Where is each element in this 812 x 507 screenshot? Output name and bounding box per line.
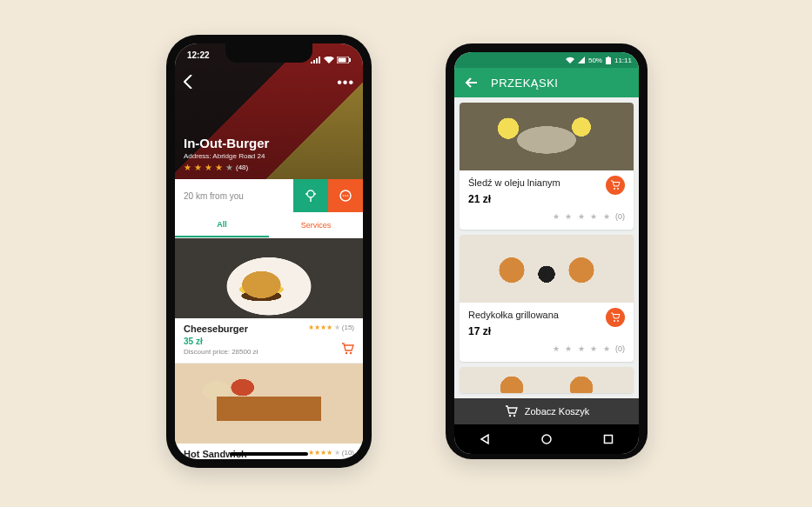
signal-icon [311, 57, 321, 63]
star-icon: ★ [334, 324, 340, 331]
circle-home-icon [540, 433, 553, 445]
product-card[interactable]: Śledź w oleju lnianym 21 zł ★ ★ ★ ★ ★(0) [460, 103, 634, 230]
ios-time: 12:22 [187, 50, 210, 70]
signal-icon [578, 57, 585, 63]
back-button[interactable] [465, 76, 479, 90]
chat-icon [339, 189, 352, 203]
star-icon: ★ [215, 163, 223, 172]
svg-point-8 [346, 352, 347, 354]
svg-point-9 [350, 352, 352, 354]
cart-icon [610, 312, 621, 323]
svg-point-20 [542, 435, 551, 444]
triangle-back-icon [479, 433, 491, 445]
svg-point-14 [614, 188, 615, 190]
product-image [460, 103, 634, 170]
android-frame: 50% 11:11 PRZEKĄSKI Śledź w oleju lniany… [446, 43, 648, 459]
product-price: 35 zł [184, 337, 354, 346]
svg-point-17 [617, 320, 619, 322]
svg-point-3 [307, 190, 314, 197]
cart-icon [340, 342, 354, 356]
product-card[interactable]: Hot Sandwich ★★★★★ (10) 28 zł Discount p… [175, 364, 363, 459]
product-price: 21 zł [468, 193, 625, 205]
map-pin-icon [304, 189, 318, 203]
distance-label: 20 km from you [184, 191, 244, 201]
restaurant-title: In-Out-Burger [184, 136, 354, 150]
star-icon: ★ [205, 163, 212, 172]
product-name: Śledź w oleju lnianym [468, 177, 625, 188]
restaurant-address: Address: Abridge Road 24 [184, 152, 354, 160]
product-price: 17 zł [468, 325, 625, 337]
tab-all[interactable]: All [175, 212, 269, 237]
distance-field[interactable]: 20 km from you [175, 179, 293, 212]
ios-status-icons [311, 50, 351, 70]
add-to-cart-button[interactable] [606, 176, 625, 195]
svg-point-18 [509, 415, 511, 417]
star-icon: ★ [334, 449, 340, 457]
android-nav-bar [454, 424, 639, 454]
view-cart-bar[interactable]: Zobacz Koszyk [454, 398, 639, 424]
product-card[interactable]: Cheeseburger ★★★★★ (15) 35 zł Discount p… [175, 238, 363, 364]
star-icon: ★ [194, 163, 202, 172]
arrow-left-icon [465, 76, 479, 90]
star-icon: ★ [184, 163, 191, 172]
more-button[interactable]: ••• [337, 75, 354, 90]
wifi-icon [324, 57, 334, 63]
chevron-left-icon [184, 75, 192, 89]
cart-icon [504, 404, 518, 418]
cart-icon [610, 180, 621, 190]
rating-count: (0) [615, 344, 625, 353]
tab-label: Services [301, 221, 332, 230]
product-card[interactable]: Redykołka grillowana 17 zł ★ ★ ★ ★ ★(0) [460, 235, 634, 362]
home-indicator[interactable] [230, 452, 308, 456]
rating-count: (48) [236, 163, 248, 171]
battery-icon [606, 57, 611, 64]
rating-count: (0) [615, 212, 625, 221]
svg-point-16 [614, 320, 615, 322]
nav-home-button[interactable] [540, 432, 554, 446]
product-image [460, 367, 634, 393]
square-recents-icon [602, 433, 614, 445]
svg-rect-13 [607, 57, 609, 57]
android-time: 11:11 [614, 57, 632, 64]
star-icon: ★★★★ [308, 449, 332, 457]
svg-rect-12 [606, 57, 611, 64]
android-status-bar: 50% 11:11 [454, 52, 639, 68]
add-to-cart-button[interactable] [606, 308, 625, 327]
star-icon: ★ [225, 163, 233, 172]
product-image [175, 364, 363, 444]
iphone-notch [225, 43, 312, 63]
svg-point-15 [617, 188, 619, 190]
add-to-cart-button[interactable] [340, 342, 354, 356]
tab-label: All [217, 220, 227, 229]
battery-pct: 50% [588, 57, 602, 64]
svg-point-19 [513, 415, 515, 417]
back-button[interactable] [184, 75, 192, 89]
restaurant-info: In-Out-Burger Address: Abridge Road 24 ★… [184, 136, 354, 172]
product-name: Redykołka grillowana [468, 310, 625, 320]
location-button[interactable] [293, 179, 328, 212]
star-icon: ★ ★ ★ ★ ★ [553, 212, 612, 221]
product-rating: ★ ★ ★ ★ ★(0) [468, 212, 625, 221]
action-row: 20 km from you [175, 179, 363, 212]
android-appbar: PRZEKĄSKI [454, 68, 639, 97]
appbar-title: PRZEKĄSKI [491, 77, 558, 90]
star-icon: ★★★★ [308, 324, 332, 331]
product-card[interactable] [460, 367, 634, 393]
chat-button[interactable] [328, 179, 363, 212]
svg-rect-2 [349, 58, 351, 62]
product-image [460, 235, 634, 303]
svg-point-6 [345, 195, 346, 197]
rating-count: (10) [342, 449, 354, 457]
product-discount: Discount price: 28500 zł [184, 348, 354, 356]
svg-rect-21 [604, 436, 612, 444]
nav-back-button[interactable] [478, 432, 492, 446]
battery-icon [337, 57, 351, 63]
restaurant-rating: ★ ★ ★ ★ ★ (48) [184, 163, 354, 172]
svg-point-7 [347, 195, 349, 197]
view-cart-label: Zobacz Koszyk [525, 406, 590, 417]
product-list[interactable]: Cheeseburger ★★★★★ (15) 35 zł Discount p… [175, 238, 363, 459]
product-list[interactable]: Śledź w oleju lnianym 21 zł ★ ★ ★ ★ ★(0)… [454, 97, 639, 398]
wifi-icon [566, 57, 574, 63]
tab-services[interactable]: Services [269, 212, 363, 237]
nav-recents-button[interactable] [601, 432, 615, 446]
